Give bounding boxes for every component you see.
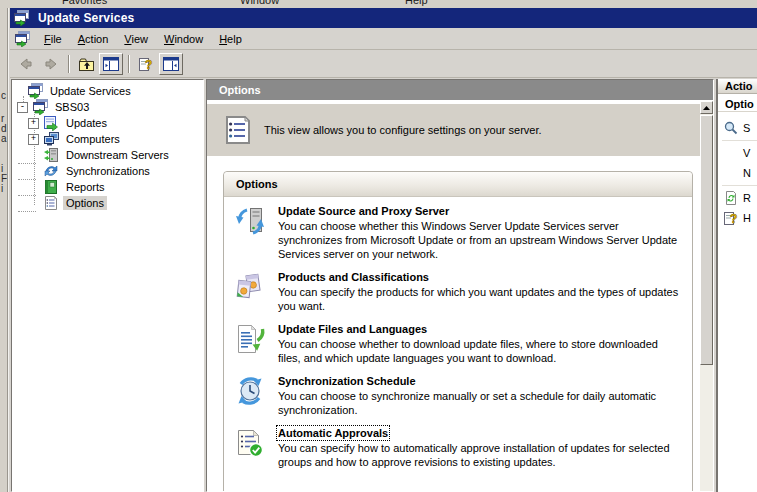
window-title: Update Services — [38, 11, 134, 25]
bg-text-fragment: a — [1, 133, 7, 144]
update-files-icon — [234, 323, 266, 365]
option-link-update-files-languages[interactable]: Update Files and Languages — [278, 323, 682, 335]
tree-item-label: Updates — [63, 116, 110, 130]
action-search[interactable]: S — [718, 118, 757, 138]
action-label: R — [743, 192, 751, 204]
tree-item-options[interactable]: Options — [12, 195, 203, 211]
update-services-window: Update Services File Action View Window … — [8, 8, 757, 492]
menu-file[interactable]: File — [36, 30, 70, 48]
option-item-update-files-languages: Update Files and Languages You can choos… — [234, 323, 682, 365]
tree-item-label: SBS03 — [52, 100, 92, 114]
option-item-update-source: Update Source and Proxy Server You can c… — [234, 205, 682, 261]
menu-view[interactable]: View — [116, 30, 156, 48]
svg-text:?: ? — [730, 212, 737, 226]
help-button[interactable]: ? — [134, 53, 158, 75]
action-label: H — [743, 212, 751, 224]
option-item-automatic-approvals: Automatic Approvals You can specify how … — [234, 427, 682, 469]
refresh-icon — [723, 190, 739, 206]
results-pane: Options This view allows you to configur… — [206, 79, 714, 492]
bg-menu-fragment: Favorites — [62, 0, 107, 6]
forward-button[interactable] — [39, 53, 63, 75]
screen: Favorites Window Help c r d a i F i Upda… — [0, 0, 757, 492]
tree-item-update-services[interactable]: Update Services — [12, 83, 203, 99]
action-help[interactable]: ? H — [718, 208, 757, 228]
option-item-products-classifications: Products and Classifications You can spe… — [234, 271, 682, 313]
show-console-tree-button[interactable] — [99, 53, 123, 75]
action-label: V — [743, 147, 750, 159]
view-list-icon — [222, 114, 254, 146]
actions-separator — [722, 185, 757, 186]
action-view[interactable]: V — [718, 143, 757, 163]
option-description: You can specify how to automatically app… — [278, 441, 682, 469]
background-window-top-strip: Favorites Window Help — [0, 0, 757, 8]
actions-pane-header: Actio — [718, 79, 757, 94]
toolbar: ? — [10, 51, 757, 78]
tree-item-label: Options — [63, 196, 107, 210]
actions-separator — [722, 140, 757, 141]
up-one-level-button[interactable] — [74, 53, 98, 75]
tree-item-updates[interactable]: + Updates — [12, 115, 203, 131]
action-refresh[interactable]: R — [718, 188, 757, 208]
products-icon — [234, 271, 266, 313]
actions-pane: Actio Optio S V N R — [716, 79, 757, 492]
scrollbar-thumb[interactable] — [700, 115, 713, 365]
title-bar[interactable]: Update Services — [10, 8, 757, 28]
server-sync-icon — [234, 205, 266, 261]
options-section-title: Options — [224, 172, 692, 197]
option-description: You can choose to synchronize manually o… — [278, 389, 682, 417]
tree-item-synchronizations[interactable]: Synchronizations — [12, 163, 203, 179]
show-action-pane-button[interactable] — [159, 53, 183, 75]
options-icon — [43, 195, 59, 211]
expand-toggle[interactable]: + — [28, 118, 39, 129]
option-link-products-classifications[interactable]: Products and Classifications — [278, 271, 682, 283]
search-icon — [723, 120, 739, 136]
option-link-automatic-approvals[interactable]: Automatic Approvals — [278, 427, 682, 439]
info-banner: This view allows you to configure settin… — [207, 104, 700, 156]
scroll-up-button[interactable] — [700, 101, 713, 114]
option-description: You can choose whether to download updat… — [278, 337, 682, 365]
option-link-update-source[interactable]: Update Source and Proxy Server — [278, 205, 682, 217]
results-pane-body: This view allows you to configure settin… — [207, 101, 713, 491]
scroll-up-arrow-icon — [703, 106, 710, 110]
action-new-window[interactable]: N — [718, 163, 757, 183]
bg-text-fragment: i — [1, 183, 3, 194]
up-one-level-icon — [78, 57, 95, 72]
bg-menu-fragment: Help — [405, 0, 428, 6]
tree-item-label: Reports — [63, 180, 108, 194]
console-tree-pane: Update Services - SBS03 + Updates — [11, 79, 204, 492]
tree-item-reports[interactable]: Reports — [12, 179, 203, 195]
toolbar-separator — [68, 55, 70, 73]
updates-icon — [43, 115, 59, 131]
expand-toggle[interactable]: + — [28, 134, 39, 145]
option-link-synchronization-schedule[interactable]: Synchronization Schedule — [278, 375, 682, 387]
help-icon: ? — [723, 210, 739, 226]
tree-item-downstream-servers[interactable]: Downstream Servers — [12, 147, 203, 163]
option-description: You can specify the products for which y… — [278, 285, 682, 313]
tree-item-label: Update Services — [47, 84, 134, 98]
vertical-scrollbar[interactable] — [700, 101, 713, 491]
banner-text: This view allows you to configure settin… — [264, 124, 542, 136]
synchronizations-icon — [43, 163, 59, 179]
console-icon — [13, 10, 29, 26]
menu-window[interactable]: Window — [156, 30, 211, 48]
console-icon — [27, 83, 43, 99]
help-icon: ? — [138, 56, 154, 72]
tree-item-sbs03[interactable]: - SBS03 — [12, 99, 203, 115]
sync-schedule-icon — [234, 375, 266, 417]
menu-help[interactable]: Help — [211, 30, 250, 48]
option-item-synchronization-schedule: Synchronization Schedule You can choose … — [234, 375, 682, 417]
background-window-left-strip: c r d a i F i — [0, 8, 8, 492]
tree-item-computers[interactable]: + Computers — [12, 131, 203, 147]
show-console-tree-icon — [103, 57, 119, 71]
downstream-servers-icon — [43, 147, 59, 163]
show-action-pane-icon — [163, 57, 179, 71]
collapse-toggle[interactable]: - — [17, 102, 28, 113]
action-label: N — [743, 167, 751, 179]
action-label: S — [743, 122, 750, 134]
bg-text-fragment: c — [1, 90, 6, 101]
actions-options-section-header: Optio — [718, 96, 757, 112]
toolbar-separator — [128, 55, 130, 73]
svg-text:?: ? — [145, 58, 152, 72]
back-button[interactable] — [14, 53, 38, 75]
menu-action[interactable]: Action — [70, 30, 117, 48]
